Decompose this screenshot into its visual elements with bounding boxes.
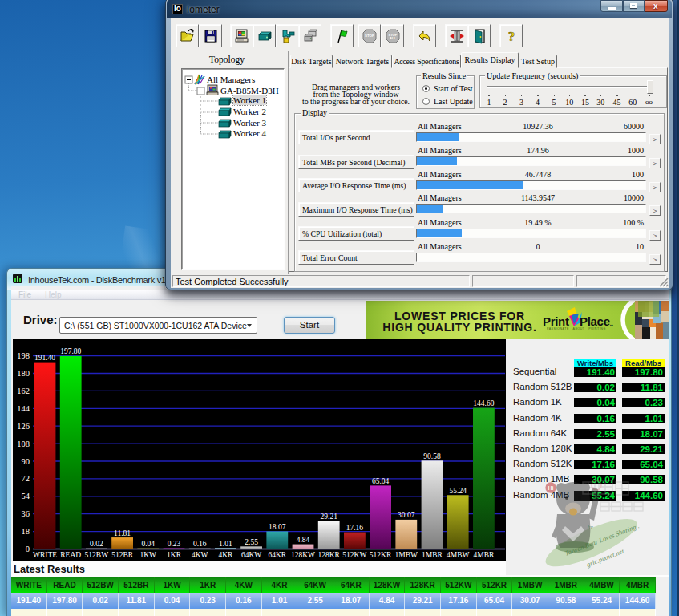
- svg-text:512BW: 512BW: [85, 551, 109, 559]
- svg-text:128KR: 128KR: [317, 551, 340, 559]
- svg-text:512KR: 512KR: [370, 551, 392, 559]
- svg-text:162: 162: [17, 387, 30, 395]
- svg-text:?: ?: [508, 29, 515, 44]
- svg-text:198: 198: [17, 351, 30, 360]
- svg-text:4MBR: 4MBR: [473, 551, 495, 559]
- svg-text:29.21: 29.21: [321, 513, 338, 521]
- svg-text:2.55: 2.55: [245, 538, 258, 546]
- svg-text:90.58: 90.58: [423, 452, 441, 460]
- svg-text:18: 18: [22, 527, 30, 536]
- svg-text:1KR: 1KR: [167, 551, 182, 559]
- svg-text:0.04: 0.04: [141, 540, 155, 548]
- svg-text:0.23: 0.23: [168, 540, 181, 548]
- svg-text:512KW: 512KW: [342, 551, 366, 559]
- svg-text:1MBR: 1MBR: [422, 551, 443, 559]
- svg-text:126: 126: [17, 422, 30, 431]
- svg-text:64KW: 64KW: [241, 551, 261, 559]
- svg-text:108: 108: [17, 440, 30, 448]
- svg-text:65.04: 65.04: [372, 477, 390, 485]
- svg-text:64KR: 64KR: [268, 551, 286, 559]
- svg-text:4KR: 4KR: [218, 551, 233, 559]
- svg-text:11.81: 11.81: [114, 529, 131, 537]
- svg-text:72: 72: [22, 474, 30, 483]
- svg-text:1MBW: 1MBW: [395, 551, 418, 559]
- svg-text:55.24: 55.24: [450, 487, 467, 495]
- svg-text:197.80: 197.80: [60, 347, 81, 355]
- svg-text:90: 90: [22, 457, 30, 466]
- svg-text:54: 54: [22, 492, 30, 500]
- svg-text:4.84: 4.84: [297, 536, 310, 544]
- svg-text:191.40: 191.40: [34, 354, 55, 362]
- svg-text:4MBW: 4MBW: [447, 551, 470, 559]
- svg-text:144: 144: [17, 404, 30, 413]
- svg-text:144.60: 144.60: [473, 399, 494, 407]
- svg-text:1.01: 1.01: [219, 540, 232, 548]
- svg-text:READ: READ: [60, 551, 81, 559]
- svg-text:180: 180: [17, 369, 30, 378]
- svg-text:36: 36: [22, 509, 30, 518]
- svg-text:1KW: 1KW: [140, 551, 157, 559]
- svg-text:128KW: 128KW: [291, 551, 315, 559]
- svg-text:0.16: 0.16: [193, 540, 207, 548]
- svg-text:30.07: 30.07: [398, 511, 415, 519]
- svg-text:WRITE: WRITE: [33, 551, 57, 559]
- svg-text:4KW: 4KW: [192, 551, 208, 559]
- svg-text:0.02: 0.02: [90, 540, 103, 548]
- svg-text:ALL: ALL: [390, 36, 396, 40]
- svg-text:0: 0: [26, 545, 30, 553]
- svg-text:18.07: 18.07: [269, 523, 286, 531]
- svg-text:STOP: STOP: [365, 34, 374, 38]
- svg-text:512BR: 512BR: [111, 551, 134, 559]
- svg-text:17.16: 17.16: [346, 524, 364, 532]
